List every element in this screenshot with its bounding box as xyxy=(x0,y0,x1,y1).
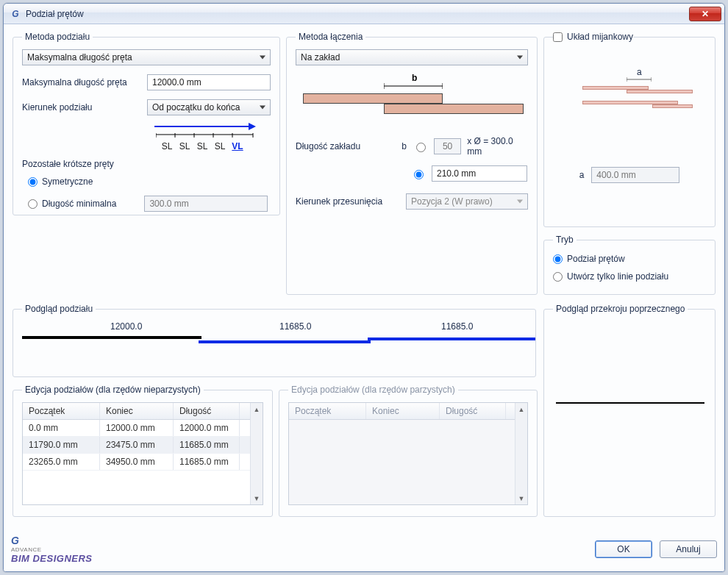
dialog-body: Metoda podziału Maksymalna długość pręta… xyxy=(4,24,724,571)
table-odd[interactable]: Początek Koniec Długość 0.0 mm 12000.0 m… xyxy=(22,402,263,505)
legend-edit-even: Edycja podziałów (dla rzędów parzystych) xyxy=(288,385,458,395)
app-icon: G xyxy=(10,8,21,20)
select-offset-dir-value: Pozycja 2 (W prawo) xyxy=(411,196,493,207)
group-metoda-podzialu: Metoda podziału Maksymalna długość pręta… xyxy=(13,32,280,215)
scrollbar: ▲ ▼ xyxy=(515,403,527,504)
ok-button-label: OK xyxy=(617,544,629,554)
group-tryb: Tryb Podział prętów Utwórz tylko linie p… xyxy=(543,235,715,295)
direction-diagram: SL SL SL SL VL xyxy=(154,121,265,151)
group-mijankowy: Układ mijankowy a a 400.0 mm xyxy=(543,32,715,227)
select-offset-dir: Pozycja 2 (W prawo) xyxy=(406,193,528,210)
label-max-length: Maksymalna długość pręta xyxy=(22,77,140,88)
dialog-window: G Podział prętów ✕ Metoda podziału Maksy… xyxy=(3,3,725,572)
input-max-length-value: 12000.0 mm xyxy=(152,77,201,88)
select-direction[interactable]: Od początku do końca xyxy=(147,99,271,115)
label-direction: Kierunek podziału xyxy=(22,102,140,113)
col-end: Koniec xyxy=(366,403,440,419)
col-len[interactable]: Długość xyxy=(174,403,240,419)
radio-symmetric[interactable] xyxy=(28,177,38,187)
col-end[interactable]: Koniec xyxy=(100,403,174,419)
radio-tryb-split[interactable] xyxy=(553,254,563,264)
chevron-down-icon xyxy=(517,200,523,204)
input-mult: 50 xyxy=(434,138,461,154)
select-metoda-podzialu-value: Maksymalna długość pręta xyxy=(27,52,132,63)
input-lap-fixed-value: 210.0 mm xyxy=(437,168,476,179)
radio-tryb-lines[interactable] xyxy=(553,272,563,282)
group-cross-preview: Podgląd przekroju poprzecznego xyxy=(543,304,715,517)
input-max-length[interactable]: 12000.0 mm xyxy=(147,74,271,90)
preview-bars: 12000.0 11685.0 11685.0 xyxy=(22,321,527,365)
table-even: Początek Koniec Długość ▲ ▼ xyxy=(288,402,528,505)
radio-tryb-lines-label: Utwórz tylko linie podziału xyxy=(567,271,668,282)
select-metoda-podzialu[interactable]: Maksymalna długość pręta xyxy=(22,49,271,65)
scroll-up-icon[interactable]: ▲ xyxy=(251,403,263,415)
chevron-down-icon xyxy=(517,56,523,60)
select-direction-value: Od początku do końca xyxy=(152,102,240,113)
logo-top: ADVANCE xyxy=(11,546,93,553)
radio-min-length-label: Długość minimalna xyxy=(42,199,116,209)
legend-metoda-laczenia: Metoda łączenia xyxy=(296,32,365,42)
select-metoda-laczenia-value: Na zakład xyxy=(301,52,340,63)
preview-seg2-label: 11685.0 xyxy=(279,321,311,332)
scroll-down-icon[interactable]: ▼ xyxy=(251,492,263,504)
label-b: b xyxy=(394,141,407,151)
legend-edit-odd: Edycja podziałów (dla rzędów nieparzysty… xyxy=(22,385,204,395)
legend-preview: Podgląd podziału xyxy=(22,304,96,314)
scroll-down-icon: ▼ xyxy=(515,492,527,504)
group-preview: Podgląd podziału 12000.0 11685.0 11685.0 xyxy=(13,304,536,377)
col-start: Początek xyxy=(289,403,366,419)
scroll-up-icon: ▲ xyxy=(515,403,527,415)
titlebar[interactable]: G Podział prętów ✕ xyxy=(4,4,724,24)
dim-label-a: a xyxy=(637,67,642,77)
input-a-value: 400.0 mm xyxy=(596,170,635,180)
radio-lap-b-fixed[interactable] xyxy=(414,170,424,179)
logo-main: BIM DESIGNERS xyxy=(11,553,93,564)
col-start[interactable]: Początek xyxy=(23,403,100,419)
table-row[interactable]: 11790.0 mm 23475.0 mm 11685.0 mm xyxy=(23,437,263,454)
radio-lap-b-mult[interactable] xyxy=(416,143,426,152)
dim-label-b: b xyxy=(412,73,417,83)
preview-seg3-label: 11685.0 xyxy=(441,321,473,332)
close-button[interactable]: ✕ xyxy=(689,7,721,21)
check-mijankowy-label: Układ mijankowy xyxy=(567,32,633,42)
bim-logo: G ADVANCE BIM DESIGNERS xyxy=(11,535,93,564)
chevron-down-icon xyxy=(260,56,265,60)
splice-diagram: b xyxy=(296,73,528,124)
svg-marker-1 xyxy=(249,123,256,130)
group-metoda-laczenia: Metoda łączenia Na zakład b Długość zakł… xyxy=(286,32,538,295)
table-row[interactable]: 23265.0 mm 34950.0 mm 11685.0 mm xyxy=(23,454,263,471)
legend-tryb: Tryb xyxy=(553,235,577,245)
legend-cross-preview: Podgląd przekroju poprzecznego xyxy=(553,304,688,314)
ok-button[interactable]: OK xyxy=(595,540,652,558)
check-mijankowy[interactable] xyxy=(553,32,563,42)
cancel-button-label: Anuluj xyxy=(676,544,700,554)
dialog-footer: G ADVANCE BIM DESIGNERS OK Anuluj xyxy=(11,535,717,564)
table-row[interactable]: 0.0 mm 12000.0 mm 12000.0 mm xyxy=(23,420,263,437)
cancel-button[interactable]: Anuluj xyxy=(660,540,717,558)
label-a: a xyxy=(579,170,585,180)
preview-seg1-label: 12000.0 xyxy=(110,321,142,332)
stagger-diagram: a xyxy=(553,71,706,138)
cross-preview-canvas xyxy=(553,321,706,505)
col-len: Długość xyxy=(440,403,506,419)
group-edit-odd: Edycja podziałów (dla rzędów nieparzysty… xyxy=(13,385,273,517)
input-lap-fixed[interactable]: 210.0 mm xyxy=(432,165,527,182)
chevron-down-icon xyxy=(260,106,265,110)
input-min-length-value: 300.0 mm xyxy=(149,199,188,209)
label-remainder: Pozostałe krótsze pręty xyxy=(22,159,271,169)
select-metoda-laczenia[interactable]: Na zakład xyxy=(296,49,528,65)
legend-metoda-podzialu: Metoda podziału xyxy=(22,32,93,42)
input-a: 400.0 mm xyxy=(591,167,679,183)
scrollbar[interactable]: ▲ ▼ xyxy=(250,403,263,504)
arrow-icon xyxy=(154,121,257,132)
radio-symmetric-label: Symetryczne xyxy=(42,176,93,187)
input-min-length: 300.0 mm xyxy=(144,196,268,212)
radio-min-length[interactable] xyxy=(28,199,38,209)
radio-tryb-split-label: Podział prętów xyxy=(567,254,625,264)
group-edit-even: Edycja podziałów (dla rzędów parzystych)… xyxy=(279,385,538,517)
close-icon: ✕ xyxy=(702,9,709,19)
label-lap-length: Długość zakładu xyxy=(296,141,388,151)
label-offset-dir: Kierunek przesunięcia xyxy=(296,196,399,207)
input-mult-value: 50 xyxy=(443,141,452,151)
window-title: Podział prętów xyxy=(26,9,689,19)
